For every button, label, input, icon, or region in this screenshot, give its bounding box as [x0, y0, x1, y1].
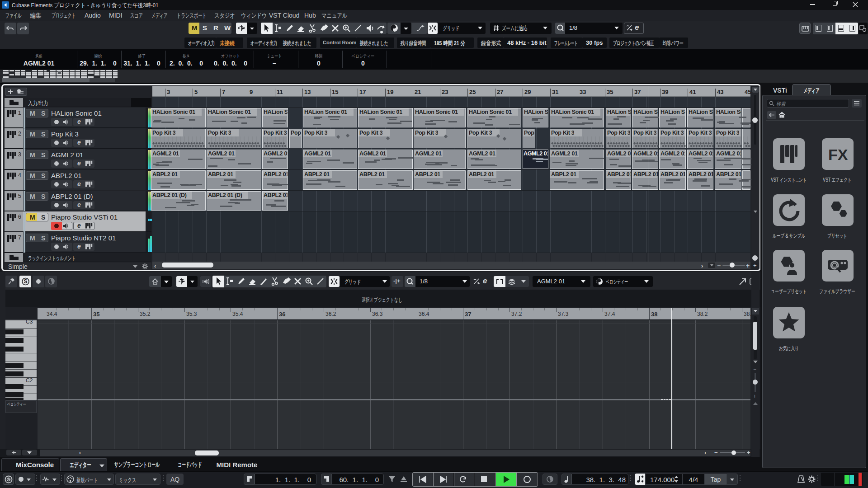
svg-text:FX: FX	[828, 146, 848, 163]
svg-text:S: S	[24, 278, 28, 285]
